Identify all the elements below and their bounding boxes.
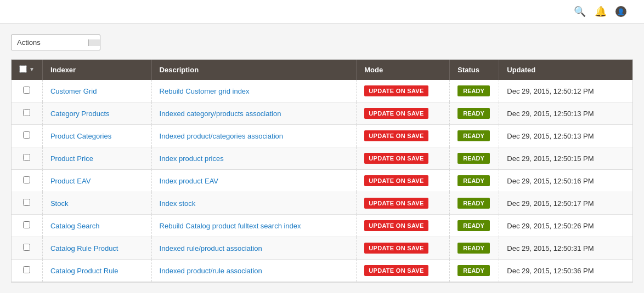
row-indexer: Product Categories: [42, 125, 151, 147]
index-table: ▼ Indexer Description Mode Status Update…: [12, 60, 632, 282]
actions-select[interactable]: Actions: [12, 35, 88, 50]
indexer-link[interactable]: Catalog Rule Product: [50, 244, 118, 252]
row-checkbox[interactable]: [23, 266, 30, 273]
table-row: Product EAV Index product EAV UPDATE ON …: [12, 170, 632, 192]
row-checkbox-cell: [12, 80, 42, 102]
row-description: Indexed category/products association: [151, 102, 357, 125]
th-description: Description: [151, 60, 357, 80]
table-row: Catalog Rule Product Indexed rule/produc…: [12, 237, 632, 260]
row-mode: UPDATE ON SAVE: [357, 215, 450, 237]
mode-badge: UPDATE ON SAVE: [364, 243, 428, 254]
row-checkbox[interactable]: [23, 131, 30, 139]
row-indexer: Product Price: [42, 147, 151, 170]
row-checkbox[interactable]: [23, 109, 30, 116]
row-checkbox-cell: [12, 102, 42, 125]
row-checkbox-cell: [12, 237, 42, 260]
row-checkbox[interactable]: [23, 154, 30, 161]
status-badge: READY: [457, 265, 490, 276]
row-checkbox-cell: [12, 215, 42, 237]
row-status: READY: [450, 237, 499, 260]
row-mode: UPDATE ON SAVE: [357, 192, 450, 215]
row-updated: Dec 29, 2015, 12:50:26 PM: [499, 215, 632, 237]
header-right: 🔍 🔔 👤: [574, 5, 633, 18]
row-checkbox[interactable]: [23, 244, 30, 251]
select-all-checkbox[interactable]: [19, 65, 27, 73]
row-updated: Dec 29, 2015, 12:50:13 PM: [499, 125, 632, 147]
mode-badge: UPDATE ON SAVE: [364, 220, 428, 231]
row-mode: UPDATE ON SAVE: [357, 125, 450, 147]
th-mode: Mode: [357, 60, 450, 80]
row-updated: Dec 29, 2015, 12:50:17 PM: [499, 192, 632, 215]
row-updated: Dec 29, 2015, 12:50:31 PM: [499, 237, 632, 260]
row-checkbox-cell: [12, 192, 42, 215]
indexer-link[interactable]: Catalog Search: [50, 222, 100, 230]
th-status: Status: [450, 60, 499, 80]
row-description: Indexed product/categories association: [151, 125, 357, 147]
row-mode: UPDATE ON SAVE: [357, 102, 450, 125]
row-checkbox[interactable]: [23, 87, 30, 94]
mode-badge: UPDATE ON SAVE: [364, 198, 428, 209]
status-badge: READY: [457, 175, 490, 186]
indexer-link[interactable]: Category Products: [50, 110, 110, 118]
status-badge: READY: [457, 153, 490, 164]
row-status: READY: [450, 260, 499, 282]
table-header-row: ▼ Indexer Description Mode Status Update…: [12, 60, 632, 80]
row-description: Rebuild Catalog product fulltext search …: [151, 215, 357, 237]
row-description: Index product EAV: [151, 170, 357, 192]
bell-icon[interactable]: 🔔: [595, 5, 607, 18]
row-indexer: Product EAV: [42, 170, 151, 192]
avatar: 👤: [615, 6, 626, 17]
indexer-link[interactable]: Product EAV: [50, 177, 91, 185]
row-checkbox[interactable]: [23, 176, 30, 183]
search-icon[interactable]: 🔍: [574, 5, 586, 18]
row-checkbox[interactable]: [23, 221, 30, 228]
table-row: Product Categories Indexed product/categ…: [12, 125, 632, 147]
mode-badge: UPDATE ON SAVE: [364, 153, 428, 164]
row-mode: UPDATE ON SAVE: [357, 170, 450, 192]
row-description: Index stock: [151, 192, 357, 215]
row-indexer: Catalog Rule Product: [42, 237, 151, 260]
row-checkbox[interactable]: [23, 199, 30, 206]
indexer-link[interactable]: Catalog Product Rule: [50, 267, 118, 275]
row-checkbox-cell: [12, 147, 42, 170]
row-indexer: Customer Grid: [42, 80, 151, 102]
row-mode: UPDATE ON SAVE: [357, 147, 450, 170]
row-status: READY: [450, 147, 499, 170]
actions-select-wrap[interactable]: Actions: [11, 35, 100, 50]
indexer-link[interactable]: Product Price: [50, 154, 93, 163]
row-indexer: Category Products: [42, 102, 151, 125]
row-mode: UPDATE ON SAVE: [357, 260, 450, 282]
indexer-link[interactable]: Customer Grid: [50, 87, 97, 95]
row-updated: Dec 29, 2015, 12:50:15 PM: [499, 147, 632, 170]
th-updated: Updated: [499, 60, 632, 80]
th-indexer: Indexer: [42, 60, 151, 80]
status-badge: READY: [457, 108, 490, 119]
content-area: Actions ▼ Indexer Description: [0, 24, 644, 288]
status-badge: READY: [457, 243, 490, 254]
table-row: Catalog Product Rule Indexed product/rul…: [12, 260, 632, 282]
row-status: READY: [450, 192, 499, 215]
row-indexer: Catalog Product Rule: [42, 260, 151, 282]
status-badge: READY: [457, 85, 490, 96]
table-row: Customer Grid Rebuild Customer grid inde…: [12, 80, 632, 102]
row-mode: UPDATE ON SAVE: [357, 80, 450, 102]
indexer-link[interactable]: Product Categories: [50, 132, 111, 140]
row-status: READY: [450, 80, 499, 102]
row-status: READY: [450, 125, 499, 147]
th-checkbox: ▼: [12, 60, 42, 80]
row-updated: Dec 29, 2015, 12:50:16 PM: [499, 170, 632, 192]
top-header: 🔍 🔔 👤: [0, 0, 644, 24]
mode-badge: UPDATE ON SAVE: [364, 265, 428, 276]
table-row: Catalog Search Rebuild Catalog product f…: [12, 215, 632, 237]
mode-badge: UPDATE ON SAVE: [364, 85, 428, 96]
toolbar: Actions: [11, 35, 633, 50]
admin-menu[interactable]: 👤: [615, 6, 633, 17]
row-mode: UPDATE ON SAVE: [357, 237, 450, 260]
select-chevron-icon[interactable]: ▼: [29, 66, 35, 72]
table-row: Product Price Index product prices UPDAT…: [12, 147, 632, 170]
row-status: READY: [450, 170, 499, 192]
actions-dropdown-btn[interactable]: [88, 39, 100, 46]
row-checkbox-cell: [12, 170, 42, 192]
indexer-link[interactable]: Stock: [50, 199, 69, 208]
row-updated: Dec 29, 2015, 12:50:13 PM: [499, 102, 632, 125]
